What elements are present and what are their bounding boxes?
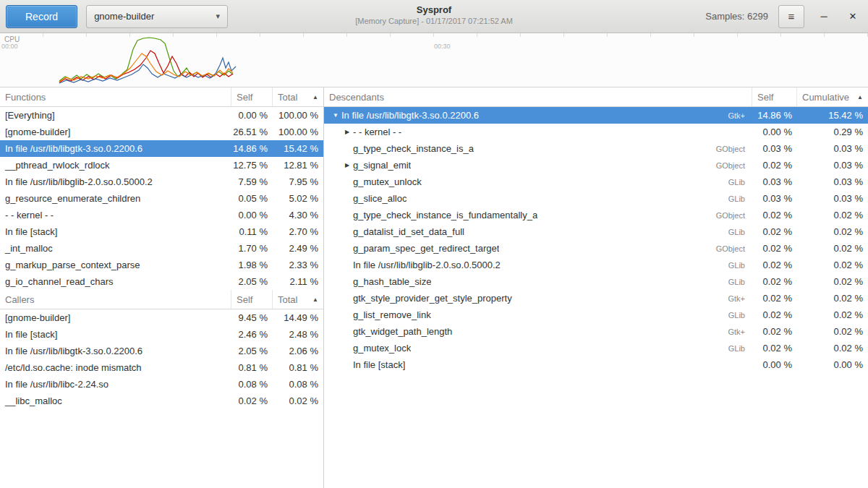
self-percent: 0.02 % xyxy=(752,309,797,320)
cpu-graph[interactable]: CPU 00:00 00:30 xyxy=(0,33,868,87)
self-percent: 0.02 % xyxy=(752,210,797,221)
functions-self-column[interactable]: Self xyxy=(231,87,273,106)
function-name: g_io_channel_read_chars xyxy=(0,276,231,287)
time-label-start: 00:00 xyxy=(1,43,18,50)
descendants-row[interactable]: ▶g_signal_emitGObject0.02 %0.03 % xyxy=(324,157,868,174)
descendants-row[interactable]: ▶- - kernel - -0.00 %0.29 % xyxy=(324,124,868,140)
cumulative-percent: 0.02 % xyxy=(797,293,868,304)
functions-row[interactable]: g_markup_parse_context_parse1.98 %2.33 % xyxy=(0,257,323,273)
library-badge: GLib xyxy=(723,278,752,286)
cpu-line-blue xyxy=(59,58,236,83)
descendants-cumulative-column[interactable]: Cumulative ▲ xyxy=(797,87,868,106)
function-name: In file /usr/lib/libglib-2.0.so.0.5000.2 xyxy=(353,260,501,270)
descendants-row[interactable]: g_slice_allocGLib0.03 %0.03 % xyxy=(324,190,868,207)
functions-row[interactable]: - - kernel - -0.00 %4.30 % xyxy=(0,207,323,223)
functions-row[interactable]: [gnome-builder]26.51 %100.00 % xyxy=(0,124,323,140)
self-percent: 26.51 % xyxy=(231,127,273,137)
library-badge: Gtk+ xyxy=(722,328,752,336)
callers-row[interactable]: In file [stack]2.46 %2.48 % xyxy=(0,326,323,343)
functions-row[interactable]: In file [stack]0.11 %2.70 % xyxy=(0,223,323,240)
function-name: g_resource_enumerate_children xyxy=(0,193,231,204)
function-name: In file /usr/lib/libgtk-3.so.0.2200.6 xyxy=(341,110,479,121)
descendants-body: ▼In file /usr/lib/libgtk-3.so.0.2200.6Gt… xyxy=(324,107,868,373)
descendants-row[interactable]: In file /usr/lib/libglib-2.0.so.0.5000.2… xyxy=(324,257,868,273)
function-name: In file /usr/lib/libgtk-3.so.0.2200.6 xyxy=(0,346,231,356)
descendants-row[interactable]: g_datalist_id_set_data_fullGLib0.02 %0.0… xyxy=(324,223,868,240)
function-name: [Everything] xyxy=(0,110,231,121)
cumulative-percent: 0.00 % xyxy=(797,359,868,370)
descendants-row[interactable]: g_type_check_instance_is_fundamentally_a… xyxy=(324,207,868,223)
self-percent: 0.02 % xyxy=(752,226,797,237)
function-name: g_slice_alloc xyxy=(353,193,407,204)
function-name: In file [stack] xyxy=(0,226,231,237)
callers-self-column[interactable]: Self xyxy=(231,290,273,309)
record-button[interactable]: Record xyxy=(6,5,77,28)
library-badge: GObject xyxy=(710,244,752,253)
functions-row[interactable]: _int_malloc1.70 %2.49 % xyxy=(0,240,323,257)
function-name: gtk_style_provider_get_style_property xyxy=(353,293,512,304)
self-percent: 9.45 % xyxy=(231,312,273,323)
hamburger-menu-button[interactable]: ≡ xyxy=(778,5,804,28)
descendants-self-column[interactable]: Self xyxy=(752,87,797,106)
function-name: [gnome-builder] xyxy=(0,312,231,323)
functions-body: [Everything]0.00 %100.00 %[gnome-builder… xyxy=(0,107,323,290)
callers-row[interactable]: In file /usr/lib/libgtk-3.so.0.2200.62.0… xyxy=(0,343,323,359)
functions-total-column[interactable]: Total ▲ xyxy=(273,87,323,106)
descendants-row[interactable]: g_hash_table_sizeGLib0.02 %0.02 % xyxy=(324,273,868,290)
library-badge: GLib xyxy=(723,311,752,320)
self-percent: 0.00 % xyxy=(231,210,273,221)
functions-row[interactable]: g_resource_enumerate_children0.05 %5.02 … xyxy=(0,190,323,207)
callers-title-column[interactable]: Callers xyxy=(0,290,231,309)
function-name: In file /usr/lib/libglib-2.0.so.0.5000.2 xyxy=(0,176,231,187)
descendants-row[interactable]: In file [stack]0.00 %0.00 % xyxy=(324,356,868,373)
descendants-row[interactable]: g_mutex_lockGLib0.02 %0.02 % xyxy=(324,340,868,356)
function-name: g_mutex_unlock xyxy=(353,176,422,187)
descendants-title-column[interactable]: Descendants xyxy=(324,87,752,106)
callers-row[interactable]: In file /usr/lib/libc-2.24.so0.08 %0.08 … xyxy=(0,376,323,393)
total-percent: 7.95 % xyxy=(273,176,323,187)
minimize-button[interactable]: ─ xyxy=(814,7,833,26)
self-percent: 7.59 % xyxy=(231,176,273,187)
total-percent: 15.42 % xyxy=(273,143,323,154)
descendants-row[interactable]: g_type_check_instance_is_aGObject0.03 %0… xyxy=(324,140,868,157)
self-percent: 0.03 % xyxy=(752,193,797,204)
total-percent: 0.08 % xyxy=(273,379,323,390)
descendants-row[interactable]: g_mutex_unlockGLib0.03 %0.03 % xyxy=(324,174,868,190)
process-selector[interactable]: gnome-builder ▾ xyxy=(86,5,228,28)
callers-row[interactable]: __libc_malloc0.02 %0.02 % xyxy=(0,393,323,409)
descendants-row[interactable]: gtk_style_provider_get_style_propertyGtk… xyxy=(324,290,868,307)
callers-table: Callers Self Total ▲ [gnome-builder]9.45… xyxy=(0,290,323,409)
self-percent: 0.02 % xyxy=(752,160,797,171)
cumulative-percent: 15.42 % xyxy=(797,110,868,121)
total-percent: 4.30 % xyxy=(273,210,323,221)
total-percent: 12.81 % xyxy=(273,160,323,171)
expander-icon[interactable]: ▼ xyxy=(330,112,341,119)
functions-row[interactable]: __pthread_rwlock_rdlock12.75 %12.81 % xyxy=(0,157,323,174)
self-percent: 0.81 % xyxy=(231,362,273,373)
function-name: g_signal_emit xyxy=(353,160,411,171)
cumulative-percent: 0.02 % xyxy=(797,243,868,254)
callers-total-column[interactable]: Total ▲ xyxy=(273,290,323,309)
descendants-row[interactable]: g_list_remove_linkGLib0.02 %0.02 % xyxy=(324,307,868,323)
descendants-row[interactable]: ▼In file /usr/lib/libgtk-3.so.0.2200.6Gt… xyxy=(324,107,868,124)
cumulative-percent: 0.02 % xyxy=(797,260,868,270)
callers-row[interactable]: [gnome-builder]9.45 %14.49 % xyxy=(0,309,323,326)
function-name: g_list_remove_link xyxy=(353,309,431,320)
functions-title-column[interactable]: Functions xyxy=(0,87,231,106)
functions-row[interactable]: In file /usr/lib/libgtk-3.so.0.2200.614.… xyxy=(0,140,323,157)
functions-row[interactable]: g_io_channel_read_chars2.05 %2.11 % xyxy=(0,273,323,290)
expander-icon[interactable]: ▶ xyxy=(341,162,353,168)
close-button[interactable]: ✕ xyxy=(843,7,862,26)
function-name: __libc_malloc xyxy=(0,395,231,406)
functions-row[interactable]: [Everything]0.00 %100.00 % xyxy=(0,107,323,124)
expander-icon[interactable]: ▶ xyxy=(341,129,353,135)
library-badge: GLib xyxy=(723,194,752,203)
cumulative-percent: 0.03 % xyxy=(797,143,868,154)
callers-row[interactable]: /etc/ld.so.cache: inode mismatch0.81 %0.… xyxy=(0,359,323,376)
descendants-row[interactable]: g_param_spec_get_redirect_targetGObject0… xyxy=(324,240,868,257)
time-label-mid: 00:30 xyxy=(434,43,451,50)
self-percent: 0.00 % xyxy=(752,359,797,370)
functions-row[interactable]: In file /usr/lib/libglib-2.0.so.0.5000.2… xyxy=(0,174,323,190)
self-percent: 2.05 % xyxy=(231,276,273,287)
descendants-row[interactable]: gtk_widget_path_lengthGtk+0.02 %0.02 % xyxy=(324,323,868,340)
